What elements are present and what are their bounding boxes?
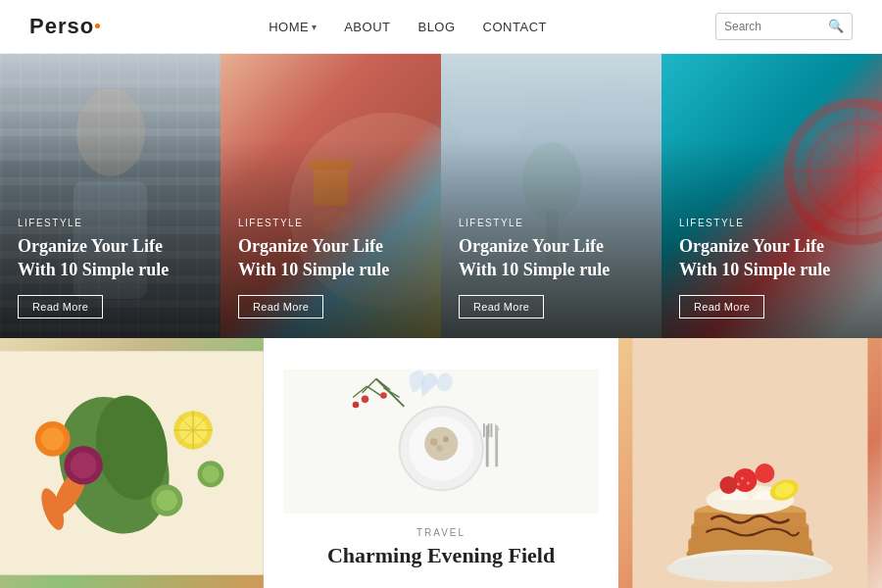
hero-card-4-category: LIFESTYLE <box>679 218 864 228</box>
hero-card-3[interactable]: LIFESTYLE Organize Your Life With 10 Sim… <box>441 54 662 338</box>
svg-rect-15 <box>314 162 348 206</box>
hero-card-3-content: LIFESTYLE Organize Your Life With 10 Sim… <box>459 218 644 318</box>
bottom-card-left[interactable] <box>0 338 264 588</box>
nav-contact[interactable]: CONTACT <box>483 20 547 34</box>
hero-card-3-btn[interactable]: Read More <box>459 295 544 318</box>
main-nav: HOME ▾ ABOUT BLOG CONTACT <box>269 20 547 34</box>
logo-text: Perso <box>29 14 94 38</box>
nav-home[interactable]: HOME <box>269 20 309 34</box>
bottom-card-left-bg <box>0 338 264 588</box>
nav-home-wrap[interactable]: HOME ▾ <box>269 20 317 34</box>
hero-card-4-title: Organize Your Life With 10 Simple rule <box>679 235 864 281</box>
hero-card-1-content: LIFESTYLE Organize Your Life With 10 Sim… <box>18 218 203 318</box>
svg-rect-74 <box>692 526 809 541</box>
svg-point-87 <box>667 555 834 582</box>
hero-card-1-title: Organize Your Life With 10 Simple rule <box>18 235 203 281</box>
hero-card-1-category: LIFESTYLE <box>18 218 203 228</box>
svg-rect-58 <box>490 423 492 437</box>
bottom-card-right[interactable] <box>618 338 882 588</box>
bottom-center-category: TRAVEL <box>416 527 466 538</box>
nav-blog[interactable]: BLOG <box>417 20 455 34</box>
svg-point-20 <box>451 74 529 152</box>
svg-point-78 <box>734 468 758 492</box>
svg-point-21 <box>568 83 662 181</box>
svg-point-66 <box>361 396 368 404</box>
search-wrap[interactable]: 🔍 <box>715 13 853 40</box>
hero-card-2-content: LIFESTYLE Organize Your Life With 10 Sim… <box>238 218 423 318</box>
hero-card-4-btn[interactable]: Read More <box>679 295 764 318</box>
bottom-card-right-bg <box>618 338 882 588</box>
bottom-center-title: Charming Evening Field <box>327 543 555 568</box>
nav-about[interactable]: ABOUT <box>344 20 390 34</box>
hero-card-4-content: LIFESTYLE Organize Your Life With 10 Sim… <box>679 218 864 318</box>
svg-point-54 <box>436 445 443 452</box>
nav-home-arrow: ▾ <box>312 22 317 32</box>
svg-point-18 <box>522 142 581 220</box>
svg-point-81 <box>741 477 744 480</box>
header: Perso HOME ▾ ABOUT BLOG CONTACT 🔍 <box>0 0 882 54</box>
svg-point-41 <box>156 490 177 512</box>
bottom-card-center: TRAVEL Charming Evening Field <box>264 338 619 588</box>
svg-point-83 <box>737 483 740 486</box>
hero-card-1-btn[interactable]: Read More <box>18 295 103 318</box>
svg-point-82 <box>747 482 750 485</box>
search-icon: 🔍 <box>828 19 844 34</box>
svg-rect-56 <box>483 423 485 437</box>
svg-point-45 <box>71 452 97 478</box>
logo-dot <box>95 24 100 28</box>
hero-card-3-title: Organize Your Life With 10 Simple rule <box>459 235 644 281</box>
bottom-center-image-wrap <box>283 366 600 517</box>
bottom-row: TRAVEL Charming Evening Field <box>0 338 882 588</box>
hero-card-3-category: LIFESTYLE <box>459 218 644 228</box>
svg-point-53 <box>443 436 449 442</box>
svg-rect-16 <box>309 160 353 170</box>
logo[interactable]: Perso <box>29 14 100 39</box>
svg-point-51 <box>424 427 458 461</box>
svg-point-67 <box>352 402 359 409</box>
hero-card-1[interactable]: LIFESTYLE Organize Your Life With 10 Sim… <box>0 54 220 338</box>
svg-point-80 <box>720 476 738 494</box>
hero-card-2-title: Organize Your Life With 10 Simple rule <box>238 235 423 281</box>
hero-card-4[interactable]: LIFESTYLE Organize Your Life With 10 Sim… <box>662 54 882 338</box>
svg-point-52 <box>430 438 438 446</box>
hero-card-2[interactable]: LIFESTYLE Organize Your Life With 10 Sim… <box>220 54 441 338</box>
svg-point-68 <box>380 392 387 399</box>
hero-row: LIFESTYLE Organize Your Life With 10 Sim… <box>0 54 882 338</box>
hero-card-2-btn[interactable]: Read More <box>238 295 323 318</box>
hero-card-2-category: LIFESTYLE <box>238 218 423 228</box>
search-input[interactable] <box>724 20 822 33</box>
svg-point-43 <box>202 466 220 483</box>
svg-point-79 <box>756 464 775 483</box>
svg-rect-57 <box>487 423 489 437</box>
svg-point-47 <box>41 427 64 450</box>
